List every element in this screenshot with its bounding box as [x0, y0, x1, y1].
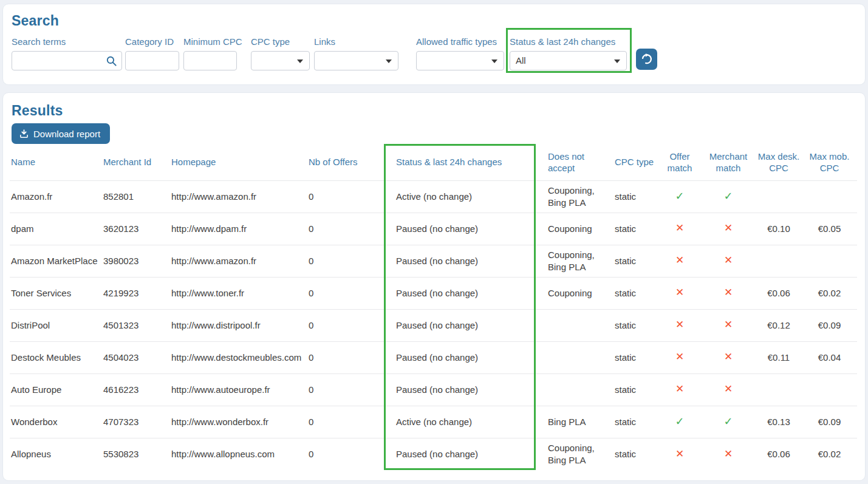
search-icon	[106, 55, 117, 67]
refresh-button[interactable]	[636, 49, 657, 70]
cell-status: Paused (no change)	[395, 373, 547, 406]
cell-does-not-accept	[547, 341, 613, 373]
cell-max-desk-cpc: €0.10	[756, 213, 807, 245]
results-section-title: Results	[12, 103, 63, 119]
search-terms-label: Search terms	[12, 36, 122, 47]
cell-max-mob-cpc	[807, 245, 857, 277]
search-panel: Search Search terms Category ID Minimum …	[2, 4, 866, 85]
cpc-type-label: CPC type	[251, 36, 310, 47]
cell-status: Active (no change)	[395, 180, 547, 213]
table-row: Allopneus 5530823 http://www.allopneus.c…	[10, 438, 857, 470]
allowed-traffic-types-field: Allowed traffic types	[416, 36, 504, 70]
cpc-type-select[interactable]	[251, 51, 310, 70]
cell-status: Paused (no change)	[395, 309, 547, 341]
cell-max-mob-cpc: €0.09	[807, 309, 857, 341]
merchant-match-icon: ✕	[724, 222, 733, 234]
status-changes-select[interactable]: All	[510, 51, 627, 70]
table-row: Auto Europe 4616223 http://www.autoeurop…	[10, 373, 857, 406]
download-icon	[19, 129, 29, 139]
category-id-field: Category ID	[125, 36, 179, 70]
cell-max-mob-cpc	[807, 373, 857, 406]
cell-nb-offers: 0	[307, 277, 395, 309]
cell-cpc-type: static	[613, 245, 658, 277]
links-select[interactable]	[314, 51, 398, 70]
refresh-icon	[640, 53, 653, 66]
cell-cpc-type: static	[613, 341, 658, 373]
cell-does-not-accept: Bing PLA	[547, 406, 613, 438]
search-terms-field: Search terms	[12, 36, 122, 70]
cell-name: Amazon MarketPlace	[10, 245, 102, 277]
col-header-max-mob-cpc: Max mob. CPC	[807, 145, 857, 180]
cell-max-mob-cpc: €0.09	[807, 406, 857, 438]
cell-merchant-id: 4501323	[102, 309, 170, 341]
cell-max-desk-cpc: €0.06	[756, 277, 807, 309]
cell-merchant-id: 4504023	[102, 341, 170, 373]
allowed-traffic-types-select[interactable]	[416, 51, 504, 70]
results-table: Name Merchant Id Homepage Nb of Offers S…	[10, 145, 857, 470]
offer-match-icon: ✕	[675, 254, 684, 266]
category-id-input[interactable]	[126, 52, 179, 70]
cell-homepage: http://www.allopneus.com	[170, 438, 307, 470]
cell-name: Destock Meubles	[10, 341, 102, 373]
cell-merchant-id: 3620123	[102, 213, 170, 245]
cell-homepage: http://www.destockmeubles.com	[170, 341, 307, 373]
cell-max-mob-cpc: €0.02	[807, 277, 857, 309]
col-header-offer-match: Offer match	[658, 145, 706, 180]
cell-does-not-accept	[547, 373, 613, 406]
cell-cpc-type: static	[613, 277, 658, 309]
merchant-match-icon: ✕	[724, 319, 733, 330]
cell-homepage: http://www.autoeurope.fr	[170, 373, 307, 406]
download-report-button[interactable]: Download report	[12, 123, 110, 144]
cell-homepage: http://www.amazon.fr	[170, 245, 307, 277]
col-header-homepage: Homepage	[170, 145, 307, 180]
col-header-merchant-id: Merchant Id	[102, 145, 170, 180]
col-header-max-desk-cpc: Max desk. CPC	[756, 145, 807, 180]
results-table-body: Amazon.fr 852801 http://www.amazon.fr 0 …	[10, 180, 857, 470]
merchant-match-icon: ✕	[724, 448, 733, 460]
cell-merchant-id: 4616223	[102, 373, 170, 406]
cell-name: Allopneus	[10, 438, 102, 470]
col-header-cpc-type: CPC type	[613, 145, 658, 180]
cell-does-not-accept: Couponing, Bing PLA	[547, 438, 613, 470]
cell-cpc-type: static	[613, 406, 658, 438]
cell-nb-offers: 0	[307, 373, 395, 406]
table-row: Amazon MarketPlace 3980023 http://www.am…	[10, 245, 857, 277]
cell-max-desk-cpc: €0.11	[756, 341, 807, 373]
cell-merchant-id: 4707323	[102, 406, 170, 438]
status-changes-field: Status & last 24h changes All	[510, 36, 627, 70]
search-terms-input[interactable]	[12, 52, 121, 70]
search-section-title: Search	[12, 13, 59, 29]
cell-name: dpam	[10, 213, 102, 245]
cell-cpc-type: static	[613, 213, 658, 245]
cell-status: Paused (no change)	[395, 277, 547, 309]
cell-name: Toner Services	[10, 277, 102, 309]
cell-nb-offers: 0	[307, 438, 395, 470]
cell-does-not-accept	[547, 309, 613, 341]
cell-name: Amazon.fr	[10, 180, 102, 213]
cell-nb-offers: 0	[307, 341, 395, 373]
table-row: DistriPool 4501323 http://www.distripool…	[10, 309, 857, 341]
table-row: dpam 3620123 http://www.dpam.fr 0 Paused…	[10, 213, 857, 245]
cell-max-mob-cpc	[807, 180, 857, 213]
cell-max-mob-cpc: €0.04	[807, 341, 857, 373]
table-header-row: Name Merchant Id Homepage Nb of Offers S…	[10, 145, 857, 180]
cell-name: Wonderbox	[10, 406, 102, 438]
cell-max-desk-cpc	[756, 373, 807, 406]
minimum-cpc-input[interactable]	[184, 52, 236, 70]
offer-match-icon: ✕	[675, 351, 684, 363]
table-row: Toner Services 4219923 http://www.toner.…	[10, 277, 857, 309]
table-row: Wonderbox 4707323 http://www.wonderbox.f…	[10, 406, 857, 438]
links-label: Links	[314, 36, 398, 47]
cell-merchant-id: 4219923	[102, 277, 170, 309]
cell-does-not-accept: Couponing, Bing PLA	[547, 180, 613, 213]
cell-max-mob-cpc: €0.05	[807, 213, 857, 245]
minimum-cpc-label: Minimum CPC	[183, 36, 237, 47]
cell-status: Paused (no change)	[395, 341, 547, 373]
cell-merchant-id: 852801	[102, 180, 170, 213]
download-report-label: Download report	[33, 129, 100, 139]
cell-cpc-type: static	[613, 438, 658, 470]
cell-max-desk-cpc: €0.06	[756, 438, 807, 470]
cell-max-desk-cpc: €0.12	[756, 309, 807, 341]
cell-max-desk-cpc	[756, 180, 807, 213]
cell-homepage: http://www.wonderbox.fr	[170, 406, 307, 438]
